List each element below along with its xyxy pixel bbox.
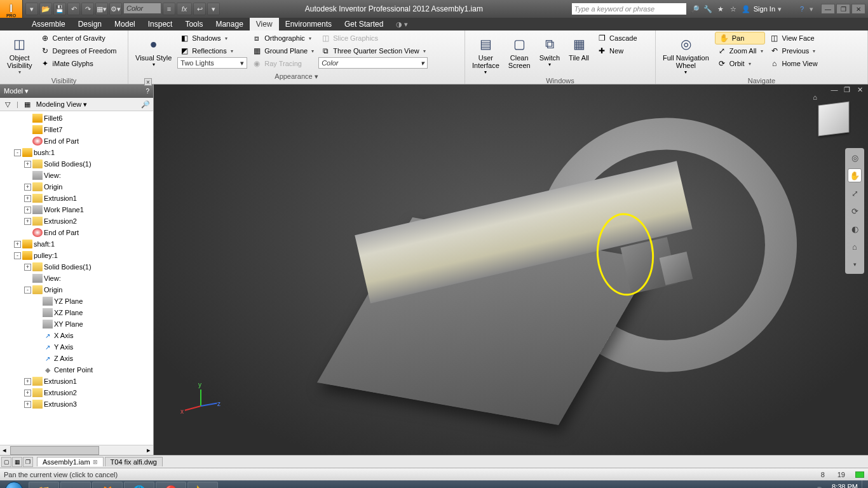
group-appearance-label[interactable]: Appearance ▾: [132, 72, 461, 83]
tree-node[interactable]: ↗Y Axis: [0, 341, 153, 353]
color-dropdown[interactable]: Color▾: [318, 57, 428, 69]
tree-node[interactable]: +Extrusion2: [0, 215, 153, 227]
new-icon[interactable]: ▾: [25, 3, 38, 15]
tree-expander[interactable]: +: [24, 184, 31, 191]
view-representation-icon[interactable]: ▦: [22, 99, 32, 109]
start-button[interactable]: ⊞: [0, 480, 28, 488]
doctab-tool2[interactable]: ▦: [12, 457, 22, 467]
navbar-pan-icon[interactable]: ✋: [848, 168, 862, 182]
doc-minimize-button[interactable]: —: [829, 86, 840, 95]
tree-node[interactable]: ◆Center Point: [0, 364, 153, 376]
orbit-button[interactable]: ⟳Orbit: [715, 57, 765, 70]
tree-node[interactable]: End of Part: [0, 227, 153, 238]
tab-assemble[interactable]: Assemble: [25, 18, 72, 30]
pan-button[interactable]: ✋Pan: [715, 32, 765, 44]
fx-button[interactable]: fx: [177, 3, 192, 15]
view-face-button[interactable]: ◫View Face: [768, 32, 820, 44]
document-tab-inactive[interactable]: T04 fix alfi.dwg: [105, 457, 163, 466]
reflections-button[interactable]: ◩Reflections: [177, 44, 247, 57]
tree-expander[interactable]: +: [24, 207, 31, 214]
tree-expander[interactable]: +: [24, 218, 31, 225]
panel-header[interactable]: Model ▾ ?: [0, 85, 153, 98]
orthographic-button[interactable]: ⧈Orthographic: [250, 32, 316, 44]
save-icon[interactable]: 💾: [53, 3, 66, 15]
tree-node[interactable]: XY Plane: [0, 318, 153, 330]
tab-design[interactable]: Design: [72, 18, 108, 30]
tree-node[interactable]: End of Part: [0, 135, 153, 147]
tree-node[interactable]: XZ Plane: [0, 307, 153, 318]
tree-node[interactable]: +Extrusion1: [0, 376, 153, 387]
tree-expander[interactable]: -: [14, 252, 21, 259]
tree-expander[interactable]: -: [14, 149, 21, 156]
task-firefox[interactable]: 🦊: [92, 482, 123, 488]
nav-wheel-button[interactable]: ◎Full Navigation Wheel▾: [660, 32, 712, 77]
minimize-button[interactable]: —: [821, 4, 835, 14]
signin-link[interactable]: Sign In: [754, 5, 775, 13]
tab-close-icon[interactable]: ⊠: [93, 459, 98, 465]
model-tree[interactable]: Fillet6Fillet7End of Part-bush:1+Solid B…: [0, 111, 153, 445]
key-icon[interactable]: 🔧: [703, 4, 713, 14]
shadows-button[interactable]: ◧Shadows: [177, 32, 247, 44]
panel-help-icon[interactable]: ?: [146, 88, 149, 95]
clean-screen-button[interactable]: ▢Clean Screen: [505, 32, 534, 71]
tree-expander[interactable]: +: [14, 241, 21, 248]
tree-expander[interactable]: +: [24, 378, 31, 385]
tree-node[interactable]: +Solid Bodies(1): [0, 158, 153, 170]
tree-expander[interactable]: +: [24, 161, 31, 168]
help-search-input[interactable]: Type a keyword or phrase: [572, 3, 686, 15]
viewcube[interactable]: [818, 102, 850, 137]
navbar-orbit-icon[interactable]: ⟳: [848, 204, 862, 218]
color-override-dropdown[interactable]: Color: [123, 3, 161, 14]
navbar-zoom-icon[interactable]: ⤢: [848, 186, 862, 200]
tab-tools[interactable]: Tools: [179, 18, 209, 30]
tile-all-button[interactable]: ▦Tile All: [566, 32, 592, 64]
object-visibility-button[interactable]: ◫ Object Visibility ▾: [4, 32, 36, 77]
settings-icon[interactable]: ⚙▾: [109, 3, 122, 15]
task-explorer[interactable]: 📁: [29, 482, 59, 488]
panel-close-button[interactable]: ×: [144, 78, 152, 86]
ground-plane-button[interactable]: ▦Ground Plane: [250, 44, 316, 57]
tab-getstarted[interactable]: Get Started: [338, 18, 390, 30]
close-button[interactable]: ✕: [851, 4, 865, 14]
task-inventor[interactable]: 📐: [187, 482, 218, 488]
tree-node[interactable]: YZ Plane: [0, 295, 153, 307]
tree-node[interactable]: +shaft:1: [0, 238, 153, 250]
doctab-tool3[interactable]: ❐: [23, 457, 33, 467]
doctab-tool1[interactable]: ▢: [1, 457, 11, 467]
degrees-of-freedom-button[interactable]: ↻Degrees of Freedom: [38, 44, 119, 57]
doc-restore-button[interactable]: ❐: [841, 86, 853, 95]
tree-hscrollbar[interactable]: ◂ ▸: [0, 445, 153, 455]
help-dd[interactable]: ▾: [810, 5, 813, 13]
center-of-gravity-button[interactable]: ⊕Center of Gravity: [38, 32, 119, 44]
tree-node[interactable]: View:: [0, 273, 153, 284]
cascade-button[interactable]: ❐Cascade: [595, 32, 639, 44]
signin-dd[interactable]: ▾: [778, 5, 782, 13]
tree-expander[interactable]: +: [24, 195, 31, 202]
zoom-button[interactable]: ⤢Zoom All: [715, 44, 765, 57]
select-icon[interactable]: ▦▾: [95, 3, 108, 15]
clock[interactable]: 8:38 PM 5/18/2012: [827, 483, 858, 488]
tree-expander[interactable]: +: [24, 390, 31, 396]
find-icon[interactable]: 🔎: [140, 99, 151, 109]
tree-node[interactable]: Fillet6: [0, 112, 153, 124]
redo-icon[interactable]: ↷: [81, 3, 94, 15]
home-view-button[interactable]: ⌂Home View: [768, 57, 820, 70]
tree-node[interactable]: ↗X Axis: [0, 330, 153, 341]
tree-node[interactable]: -bush:1: [0, 147, 153, 158]
tree-node[interactable]: +Extrusion3: [0, 398, 153, 410]
tab-manage[interactable]: Manage: [209, 18, 249, 30]
imate-glyphs-button[interactable]: ✦iMate Glyphs: [38, 57, 119, 70]
viewcube-home-icon[interactable]: ⌂: [813, 93, 817, 101]
star2-icon[interactable]: ☆: [728, 4, 738, 14]
section-view-button[interactable]: ⧉Three Quarter Section View: [318, 44, 428, 57]
tree-expander[interactable]: -: [24, 287, 31, 294]
visual-style-button[interactable]: ● Visual Style▾: [132, 32, 175, 69]
doc-close-button[interactable]: ✕: [854, 86, 865, 95]
document-tab-active[interactable]: Assembly1.iam⊠: [37, 457, 104, 466]
task-media[interactable]: ▶: [60, 482, 91, 488]
tree-node[interactable]: View:: [0, 170, 153, 181]
lights-dropdown[interactable]: Two Lights▾: [177, 57, 247, 69]
navbar-home-icon[interactable]: ⌂: [848, 240, 862, 254]
show-desktop-button[interactable]: [862, 480, 868, 488]
previous-view-button[interactable]: ↶Previous: [768, 44, 820, 57]
